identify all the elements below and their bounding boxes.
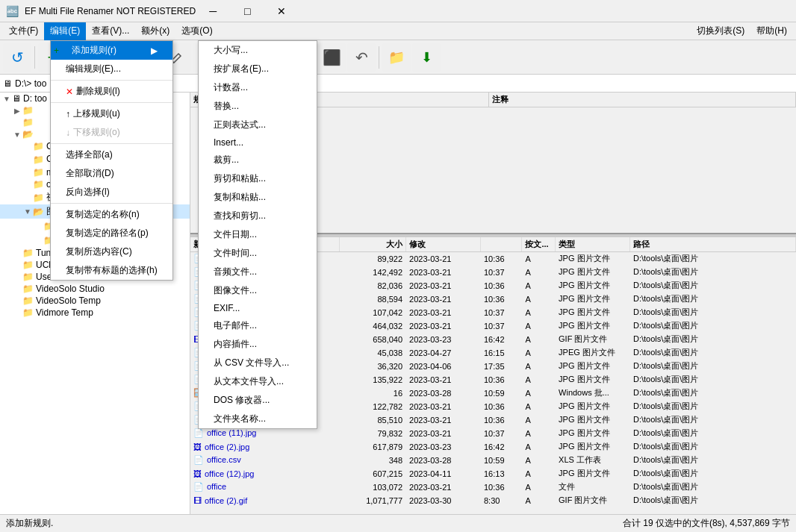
menu-add-rule[interactable]: + 添加规则(r) ▶ (51, 41, 172, 60)
file-path: D:\tools\桌面\图片 (629, 252, 795, 266)
col-size[interactable]: 大小 (340, 237, 406, 252)
file-time: 10:36 (480, 292, 522, 306)
tree-item[interactable]: 📁VideoSolo Temp (0, 295, 190, 307)
file-time: 17:35 (480, 360, 522, 373)
file-type: XLS 工作表 (556, 454, 630, 467)
file-newname: office (11).jpg (207, 428, 256, 437)
col-attr[interactable]: 按文... (522, 237, 556, 252)
menu-invert-select[interactable]: 反向选择(l) (51, 183, 172, 201)
down-icon: ↓ (66, 128, 70, 138)
file-size: 617,879 (340, 440, 406, 454)
menu-file[interactable]: 文件(F) (3, 22, 44, 40)
table-row[interactable]: 🖼office (2).jpg617,8792023-03-2316:42AJP… (190, 440, 796, 454)
file-size: 142,492 (340, 266, 406, 279)
tree-label: Vidmore Temp (36, 307, 93, 318)
col-date[interactable]: 修改 (406, 237, 481, 252)
menu-copy-path[interactable]: 复制选定的路径名(p) (51, 224, 172, 242)
tree-item[interactable]: 📁VideoSolo Studio (0, 283, 190, 295)
submenu-trim[interactable]: 裁剪... (199, 151, 317, 169)
submenu-exif[interactable]: EXIF... (199, 300, 317, 316)
download-button[interactable]: ⬇ (412, 43, 441, 72)
status-left: 添加新规则. (6, 517, 623, 530)
file-attr: A (522, 413, 556, 427)
folder-icon: 📁 (22, 105, 34, 116)
minimize-button[interactable]: ─ (196, 0, 230, 22)
menu-move-up[interactable]: ↑ 上移规则(u) (51, 104, 172, 123)
submenu-counter[interactable]: 计数器... (199, 78, 317, 97)
stop-button[interactable]: ⬛ (317, 43, 346, 72)
submenu-image[interactable]: 图像文件... (199, 281, 317, 300)
refresh-button[interactable]: ↺ (3, 43, 31, 72)
submenu-foldername[interactable]: 文件夹名称... (199, 410, 317, 428)
menu-edit-rule[interactable]: 编辑规则(E)... (51, 60, 172, 78)
menu-copy-with-header[interactable]: 复制带有标题的选择(h) (51, 261, 172, 280)
folder-button[interactable]: 📁 (382, 43, 411, 72)
table-row[interactable]: 🖼office (12).jpg607,2152023-04-1116:13AJ… (190, 467, 796, 481)
submenu-find-cut[interactable]: 查找和剪切... (199, 207, 317, 225)
up-icon: ↑ (66, 109, 70, 119)
menu-options[interactable]: 选项(O) (175, 22, 218, 40)
file-newname: office (207, 482, 226, 491)
submenu-csv[interactable]: 从 CSV 文件导入... (199, 354, 317, 372)
folder-icon: 📂 (22, 129, 34, 140)
file-size: 79,832 (340, 427, 406, 440)
menu-help[interactable]: 帮助(H) (750, 22, 793, 40)
folder-icon: 📁 (22, 307, 34, 318)
file-time: 10:37 (480, 306, 522, 319)
folder-icon: 📂 (33, 207, 44, 217)
menu-bar: 文件(F) 编辑(E) 查看(V)... 额外(x) 选项(O) 切换列表(S)… (0, 22, 796, 40)
submenu-plugin[interactable]: 内容插件... (199, 335, 317, 354)
file-icon: 📄 (193, 455, 204, 464)
menu-edit[interactable]: 编辑(E) (44, 22, 86, 40)
folder-icon: 📁 (22, 117, 34, 128)
current-path: D:\> too (15, 78, 46, 89)
table-row[interactable]: 📄office.csv3482023-03-2810:59AXLS 工作表D:\… (190, 454, 796, 467)
file-type: JPG 图片文件 (556, 467, 630, 481)
file-time: 10:36 (480, 400, 522, 413)
submenu-dos[interactable]: DOS 修改器... (199, 391, 317, 410)
file-size: 89,922 (340, 252, 406, 266)
file-size: 658,040 (340, 333, 406, 346)
menu-copy-content[interactable]: 复制所选内容(C) (51, 242, 172, 261)
menu-move-down[interactable]: ↓ 下移规则(o) (51, 123, 172, 142)
submenu-ext[interactable]: 按扩展名(E)... (199, 60, 317, 78)
file-size: 103,072 (340, 481, 406, 494)
file-newname: office (2).gif (205, 496, 247, 505)
submenu-email[interactable]: 电子邮件... (199, 316, 317, 335)
file-path: D:\tools\桌面\图片 (629, 481, 795, 494)
undo-button[interactable]: ↶ (347, 43, 376, 72)
submenu-txt[interactable]: 从文本文件导入... (199, 372, 317, 391)
menu-delete-rule[interactable]: ✕ 删除规则(l) (51, 82, 172, 101)
menu-extra[interactable]: 额外(x) (135, 22, 175, 40)
submenu-file-time[interactable]: 文件时间... (199, 244, 317, 263)
file-path: D:\tools\桌面\图片 (629, 266, 795, 279)
col-type[interactable]: 类型 (556, 237, 630, 252)
submenu-replace[interactable]: 替换... (199, 97, 317, 116)
maximize-button[interactable]: □ (230, 0, 264, 22)
submenu-copy-paste[interactable]: 复制和粘贴... (199, 188, 317, 207)
menu-copy-name[interactable]: 复制选定的名称(n) (51, 205, 172, 224)
submenu-insert[interactable]: Insert... (199, 134, 317, 151)
col-time[interactable] (480, 237, 522, 252)
menu-switch[interactable]: 切换列表(S) (691, 22, 750, 40)
submenu-file-date[interactable]: 文件日期... (199, 225, 317, 244)
file-time: 16:15 (480, 346, 522, 360)
table-row[interactable]: 📄office103,0722023-03-2110:36A文件D:\tools… (190, 481, 796, 494)
menu-view[interactable]: 查看(V)... (86, 22, 135, 40)
file-type: JPG 图片文件 (556, 440, 630, 454)
submenu-case[interactable]: 大小写... (199, 41, 317, 60)
submenu-cut-paste[interactable]: 剪切和粘贴... (199, 169, 317, 188)
tree-item[interactable]: 📁Vidmore Temp (0, 307, 190, 319)
close-button[interactable]: ✕ (264, 0, 299, 22)
menu-deselect-all[interactable]: 全部取消(D) (51, 164, 172, 183)
file-date: 2023-03-21 (406, 266, 481, 279)
submenu-audio[interactable]: 音频文件... (199, 263, 317, 281)
col-path[interactable]: 路径 (629, 237, 795, 252)
file-time: 10:36 (480, 279, 522, 292)
table-row[interactable]: 🎞office (2).gif1,071,7772023-03-308:30AG… (190, 494, 796, 507)
folder-icon: 📁 (33, 154, 44, 165)
menu-select-all[interactable]: 选择全部(a) (51, 145, 172, 164)
submenu-regex[interactable]: 正则表达式... (199, 116, 317, 134)
folder-icon: 📁 (33, 167, 44, 178)
file-time: 16:42 (480, 440, 522, 454)
